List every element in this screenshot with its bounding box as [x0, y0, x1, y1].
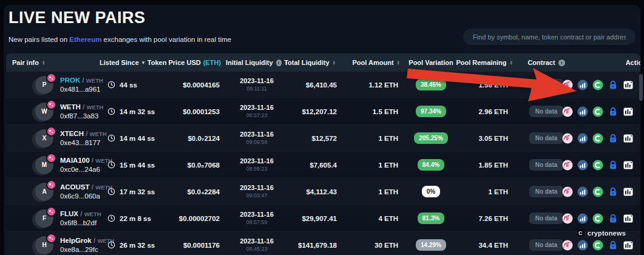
dextools-icon[interactable]	[577, 160, 588, 171]
etherscan-icon[interactable]	[562, 80, 573, 90]
chart-icon[interactable]	[623, 133, 634, 144]
lock-icon[interactable]	[608, 186, 619, 197]
table-row[interactable]: W WETH / WETH 0xf87...3a83 14 m 3	[6, 98, 640, 124]
lock-icon[interactable]	[608, 106, 619, 117]
search-input[interactable]	[463, 29, 636, 45]
sort-icon[interactable]: ▲▼	[333, 60, 336, 65]
initial-liquidity-cell: 2023-11-16 08:45:23	[240, 237, 274, 253]
etherscan-mini-badge-icon	[46, 233, 56, 243]
etherscan-icon[interactable]	[562, 106, 573, 117]
chart-icon[interactable]	[623, 160, 634, 171]
listed-since-cell: 17 m 32 ss	[107, 188, 155, 195]
lock-icon[interactable]	[608, 80, 619, 90]
dexscreener-icon[interactable]	[592, 240, 603, 251]
column-header-pair-info[interactable]: Pair info▲▼	[6, 59, 97, 66]
pair-address[interactable]: 0x6f8...b2df	[60, 219, 101, 228]
token-symbol[interactable]: XTECH	[60, 130, 84, 137]
etherscan-icon[interactable]	[562, 240, 573, 251]
chart-icon[interactable]	[623, 213, 634, 224]
sort-icon[interactable]: ▲▼	[397, 60, 400, 65]
table-body: P PROK / WETH 0x481...a961 44 ss	[6, 72, 640, 255]
listed-since-value: 26 m 32 ss	[120, 242, 155, 249]
clock-icon	[107, 188, 115, 195]
lock-icon[interactable]	[608, 240, 619, 251]
dextools-icon[interactable]	[577, 186, 588, 197]
etherscan-mini-badge-icon	[46, 73, 56, 83]
sort-icon[interactable]: ▲▼	[510, 60, 513, 65]
initial-liquidity-time: 08:57:59	[240, 219, 274, 226]
dexscreener-icon[interactable]	[592, 133, 603, 144]
chart-icon[interactable]	[623, 106, 634, 117]
ethereum-link[interactable]: Ethereum	[69, 36, 101, 43]
table-row[interactable]: H HelpGrok / WETH 0xe8a...29fc 26	[6, 231, 640, 255]
chart-icon[interactable]	[623, 240, 634, 251]
pool-remaining-value: 1.56 ETH	[478, 81, 508, 89]
etherscan-icon[interactable]	[562, 133, 573, 144]
dextools-icon[interactable]	[577, 106, 588, 117]
page-header: LIVE NEW PAIRS New pairs listed on Ether…	[4, 5, 640, 43]
initial-liquidity-cell: 2023-11-16 08:57:23	[240, 104, 274, 120]
pairs-table: Pair info▲▼Listed Since▾Token Price USD(…	[6, 53, 640, 255]
column-label: Pair info	[12, 59, 39, 66]
table-header-row: Pair info▲▼Listed Since▾Token Price USD(…	[6, 53, 640, 72]
token-symbol[interactable]: HelpGrok	[60, 237, 92, 244]
scrollbar-thumb[interactable]	[639, 74, 643, 101]
dexscreener-icon[interactable]	[592, 213, 603, 224]
token-avatar: X	[35, 129, 53, 148]
info-icon[interactable]: i	[558, 59, 565, 66]
chart-icon[interactable]	[623, 186, 634, 197]
pool-amount-value: 4 ETH	[378, 215, 398, 222]
lock-icon[interactable]	[608, 160, 619, 171]
actions-cell	[562, 186, 640, 197]
chart-icon[interactable]	[623, 80, 634, 90]
total-liquidity-value: $4,112.43	[306, 188, 337, 195]
etherscan-icon[interactable]	[562, 186, 573, 197]
column-header-initial-liquidity[interactable]: Initial Liquidityi▲▼	[226, 59, 288, 66]
sort-icon[interactable]: ▲▼	[42, 60, 45, 65]
initial-liquidity-cell: 2023-11-16 09:11:11	[240, 77, 274, 93]
dexscreener-icon[interactable]	[592, 186, 603, 197]
eth-unit-label[interactable]: (ETH)	[203, 59, 221, 66]
listed-since-cell: 22 m 8 ss	[107, 214, 151, 222]
pair-separator: /	[80, 210, 82, 217]
table-row[interactable]: F FLUX / WETH 0x6f8...b2df 22 m 8	[6, 205, 640, 231]
contract-status-badge: No data	[529, 159, 564, 171]
table-row[interactable]: M MAIA100 / WETH 0xc0e...24a6 15	[6, 151, 640, 178]
etherscan-icon[interactable]	[562, 213, 573, 224]
info-icon[interactable]: i	[276, 59, 282, 66]
initial-liquidity-time: 09:03:47	[240, 192, 274, 200]
token-symbol[interactable]: WETH	[60, 103, 81, 110]
dexscreener-icon[interactable]	[592, 106, 603, 117]
contract-status-badge: No data	[529, 239, 564, 251]
pool-amount-value: 1 ETH	[378, 135, 398, 142]
column-label: Pool Variation	[408, 59, 453, 66]
token-avatar: W	[35, 103, 53, 121]
table-row[interactable]: A ACOUST / WETH 0x6c9...060a 17 m	[6, 178, 640, 205]
token-symbol[interactable]: MAIA100	[60, 157, 90, 164]
dexscreener-icon[interactable]	[592, 80, 603, 90]
pool-variation-badge: 81.3%	[418, 212, 444, 224]
dextools-icon[interactable]	[577, 240, 588, 251]
initial-liquidity-time: 09:09:59	[240, 138, 274, 146]
subtitle-suffix: exchanges with pool variation in real ti…	[104, 36, 231, 43]
initial-liquidity-date: 2023-11-16	[240, 157, 274, 165]
table-row[interactable]: P PROK / WETH 0x481...a961 44 ss	[6, 72, 640, 98]
dexscreener-icon[interactable]	[592, 160, 603, 171]
lock-icon[interactable]	[608, 133, 619, 144]
column-header-pool-remaining[interactable]: Pool Remaining▲▼	[458, 59, 518, 66]
etherscan-mini-badge-icon	[46, 180, 56, 190]
etherscan-mini-badge-icon	[46, 126, 56, 137]
sort-desc-icon[interactable]: ▾	[142, 59, 145, 66]
token-symbol[interactable]: FLUX	[60, 210, 78, 217]
dextools-icon[interactable]	[577, 213, 588, 224]
etherscan-icon[interactable]	[562, 160, 573, 171]
table-row[interactable]: X XTECH / WETH 0xe43...8177 14 m	[6, 124, 640, 151]
dextools-icon[interactable]	[577, 133, 588, 144]
dextools-icon[interactable]	[577, 80, 588, 90]
pool-remaining-value: 2.96 ETH	[478, 108, 508, 115]
lock-icon[interactable]	[608, 213, 619, 224]
column-header-pool-amount[interactable]: Pool Amount▲▼	[344, 59, 404, 66]
token-symbol[interactable]: ACOUST	[60, 183, 90, 191]
token-symbol[interactable]: PROK	[60, 76, 80, 84]
column-header-total-liquidity[interactable]: Total Liquidity▲▼	[288, 59, 344, 66]
